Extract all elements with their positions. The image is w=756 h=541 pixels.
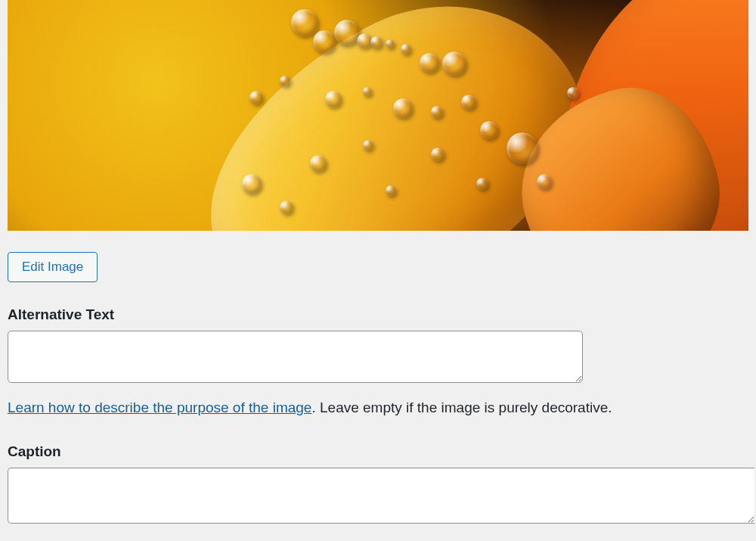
alt-text-help: Learn how to describe the purpose of the… [8, 398, 748, 418]
water-drop [334, 20, 360, 45]
water-drop [310, 155, 327, 172]
water-drop [386, 185, 396, 196]
alt-text-help-link[interactable]: Learn how to describe the purpose of the… [8, 400, 311, 415]
caption-label: Caption [8, 443, 748, 460]
alt-text-label: Alternative Text [8, 306, 748, 323]
water-drop [280, 201, 293, 214]
water-drop [370, 36, 383, 48]
water-drop [357, 33, 372, 48]
water-drop [363, 140, 373, 151]
water-drop [242, 174, 262, 194]
water-drop [567, 87, 579, 99]
alt-text-help-trailing: . Leave empty if the image is purely dec… [311, 400, 612, 415]
edit-image-button[interactable]: Edit Image [8, 252, 98, 282]
water-drop [431, 148, 445, 161]
water-drop [480, 121, 498, 139]
water-drop [363, 87, 372, 96]
water-drop [386, 39, 395, 48]
attachment-image-preview [8, 0, 748, 231]
alt-text-textarea[interactable] [8, 331, 583, 383]
caption-textarea[interactable] [8, 468, 754, 524]
water-drop [431, 106, 443, 118]
water-drop [280, 76, 290, 86]
alt-text-field-group: Alternative Text Learn how to describe t… [8, 306, 748, 418]
water-drop [313, 30, 336, 53]
water-drop [401, 44, 411, 54]
water-drop [291, 9, 318, 36]
water-drop [442, 51, 466, 76]
water-drop [461, 95, 476, 110]
water-drop [420, 53, 439, 73]
water-drop [325, 91, 342, 107]
water-drop [476, 178, 488, 190]
caption-field-group: Caption [8, 443, 748, 524]
water-drop [507, 132, 538, 164]
water-drop [393, 98, 413, 118]
water-drop [537, 174, 552, 189]
water-drop [249, 91, 263, 104]
